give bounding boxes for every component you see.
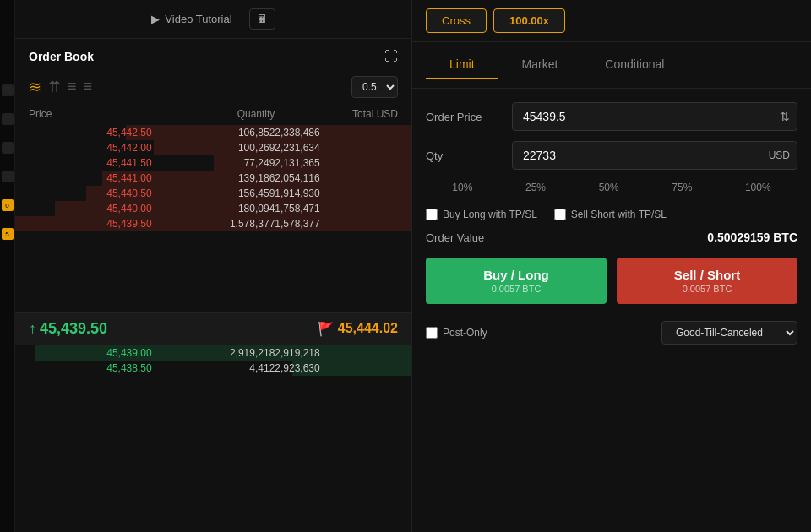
calculator-button[interactable]: 🖩 bbox=[249, 8, 275, 30]
right-top-bar: Cross 100.00x bbox=[412, 0, 811, 42]
sell-short-tpsl-item[interactable]: Sell Short with TP/SL bbox=[554, 209, 667, 220]
table-row[interactable]: 45,439.50 1,578,377 1,578,377 bbox=[15, 216, 411, 231]
table-row[interactable]: 45,440.00 180,094 1,758,471 bbox=[15, 201, 411, 216]
order-price-row: Order Price ⇅ bbox=[426, 102, 797, 131]
strip-item-2 bbox=[2, 113, 14, 125]
buy-long-tpsl-item[interactable]: Buy Long with TP/SL bbox=[426, 209, 537, 220]
buy-orders: 45,439.00 2,919,218 2,919,218 45,438.50 … bbox=[15, 345, 411, 533]
sell-short-label: Sell / Short bbox=[674, 268, 740, 282]
table-row[interactable]: 45,441.00 139,186 2,054,116 bbox=[15, 171, 411, 186]
mark-price: 🚩 45,444.02 bbox=[318, 321, 398, 337]
qty-row: Qty USD bbox=[426, 141, 797, 170]
view-icons: ≋ ⇈ ≡ ≡ bbox=[29, 78, 92, 96]
order-value-label: Order Value bbox=[426, 231, 484, 244]
tab-conditional[interactable]: Conditional bbox=[581, 51, 688, 79]
price-header: Price bbox=[29, 108, 152, 120]
flag-icon: 🚩 bbox=[318, 321, 335, 337]
table-row[interactable]: 45,442.50 106,852 2,338,486 bbox=[15, 125, 411, 140]
video-tutorial-label: Video Tutorial bbox=[165, 13, 231, 25]
tab-market[interactable]: Market bbox=[498, 51, 582, 79]
pct-row: 10% 25% 50% 75% 100% bbox=[426, 180, 797, 198]
sell-orders: 45,442.50 106,852 2,338,486 45,442.00 10… bbox=[15, 125, 411, 312]
up-arrow-icon: ↑ bbox=[29, 320, 36, 338]
qty-label: Qty bbox=[426, 149, 502, 162]
buy-long-button[interactable]: Buy / Long 0.0057 BTC bbox=[426, 258, 607, 304]
order-price-input-wrap: ⇅ bbox=[512, 102, 797, 131]
sell-short-tpsl-label: Sell Short with TP/SL bbox=[571, 209, 667, 220]
total-header: Total USD bbox=[275, 108, 398, 120]
pct-25-button[interactable]: 25% bbox=[519, 180, 552, 195]
current-price: ↑ 45,439.50 bbox=[29, 320, 107, 338]
pct-100-button[interactable]: 100% bbox=[738, 180, 778, 195]
price-adjust-icon[interactable]: ⇅ bbox=[780, 110, 790, 123]
play-icon: ▶ bbox=[151, 13, 160, 25]
strip-item-3 bbox=[2, 142, 14, 154]
buy-long-label: Buy / Long bbox=[483, 268, 549, 282]
buy-long-sublabel: 0.0057 BTC bbox=[492, 284, 542, 294]
orderbook-panel: ▶ Video Tutorial 🖩 Order Book ⛶ ≋ ⇈ ≡ ≡ … bbox=[15, 0, 412, 532]
order-form: Order Price ⇅ Qty USD 10% 25% 50% 75% 10… bbox=[412, 89, 811, 358]
buy-long-tpsl-label: Buy Long with TP/SL bbox=[443, 209, 537, 220]
pct-75-button[interactable]: 75% bbox=[665, 180, 699, 195]
sell-short-sublabel: 0.0057 BTC bbox=[683, 284, 732, 294]
column-headers: Price Quantity Total USD bbox=[15, 103, 411, 125]
order-price-label: Order Price bbox=[426, 111, 502, 123]
view-icon-buy[interactable]: ≡ bbox=[68, 78, 77, 96]
current-price-row: ↑ 45,439.50 🚩 45,444.02 bbox=[15, 312, 411, 345]
strip-item-4 bbox=[2, 171, 14, 182]
order-tabs: Limit Market Conditional bbox=[412, 42, 811, 89]
decimal-select[interactable]: 0.5 0.1 1 bbox=[351, 76, 398, 98]
post-only-checkbox[interactable] bbox=[426, 327, 438, 339]
strip-item-5: 0 bbox=[2, 199, 14, 211]
action-buttons: Buy / Long 0.0057 BTC Sell / Short 0.005… bbox=[426, 258, 797, 304]
strip-item-1 bbox=[2, 84, 14, 96]
view-icon-all[interactable]: ≋ bbox=[29, 78, 41, 96]
view-icon-sell[interactable]: ⇈ bbox=[48, 78, 61, 96]
video-tutorial-button[interactable]: ▶ Video Tutorial bbox=[151, 13, 231, 25]
table-row[interactable]: 45,442.00 100,269 2,231,634 bbox=[15, 140, 411, 155]
mark-price-value: 45,444.02 bbox=[338, 321, 398, 336]
qty-input[interactable] bbox=[520, 142, 769, 169]
post-only-label: Post-Only bbox=[443, 327, 487, 339]
leverage-button[interactable]: 100.00x bbox=[493, 8, 565, 33]
qty-input-wrap: USD bbox=[512, 141, 797, 170]
bottom-row: Post-Only Good-Till-Canceled Immediate-O… bbox=[426, 314, 797, 345]
expand-icon[interactable]: ⛶ bbox=[384, 49, 398, 64]
cross-button[interactable]: Cross bbox=[426, 8, 487, 33]
current-price-value: 45,439.50 bbox=[40, 320, 107, 338]
order-value-row: Order Value 0.50029159 BTC bbox=[426, 231, 797, 244]
table-row[interactable]: 45,439.00 2,919,218 2,919,218 bbox=[15, 345, 411, 361]
calculator-icon: 🖩 bbox=[257, 13, 268, 25]
tab-limit[interactable]: Limit bbox=[426, 51, 498, 79]
orderbook-title: Order Book bbox=[29, 50, 94, 63]
gtc-select[interactable]: Good-Till-Canceled Immediate-Or-Cancel F… bbox=[661, 321, 797, 345]
quantity-header: Quantity bbox=[152, 108, 275, 120]
strip-item-6: 5 bbox=[2, 228, 14, 240]
qty-unit: USD bbox=[769, 149, 790, 161]
table-row[interactable]: 45,441.50 77,249 2,131,365 bbox=[15, 155, 411, 171]
orderbook-header: Order Book ⛶ bbox=[15, 39, 411, 71]
order-value-amount: 0.50029159 BTC bbox=[707, 231, 797, 244]
buy-long-tpsl-checkbox[interactable] bbox=[426, 209, 438, 220]
pct-10-button[interactable]: 10% bbox=[445, 180, 479, 195]
order-form-panel: Cross 100.00x Limit Market Conditional O… bbox=[412, 0, 811, 532]
sell-short-tpsl-checkbox[interactable] bbox=[554, 209, 566, 220]
pct-50-button[interactable]: 50% bbox=[592, 180, 626, 195]
post-only-item[interactable]: Post-Only bbox=[426, 327, 487, 339]
sell-short-button[interactable]: Sell / Short 0.0057 BTC bbox=[617, 258, 797, 304]
table-row[interactable]: 45,438.50 4,412 2,923,630 bbox=[15, 361, 411, 376]
tpsl-row: Buy Long with TP/SL Sell Short with TP/S… bbox=[426, 209, 797, 220]
table-row[interactable]: 45,440.50 156,459 1,914,930 bbox=[15, 186, 411, 201]
order-price-input[interactable] bbox=[520, 103, 780, 130]
top-bar: ▶ Video Tutorial 🖩 bbox=[15, 0, 411, 39]
orderbook-controls: ≋ ⇈ ≡ ≡ 0.5 0.1 1 bbox=[15, 71, 411, 103]
left-strip: 0 5 bbox=[0, 0, 15, 532]
view-icon-spread[interactable]: ≡ bbox=[84, 78, 93, 96]
